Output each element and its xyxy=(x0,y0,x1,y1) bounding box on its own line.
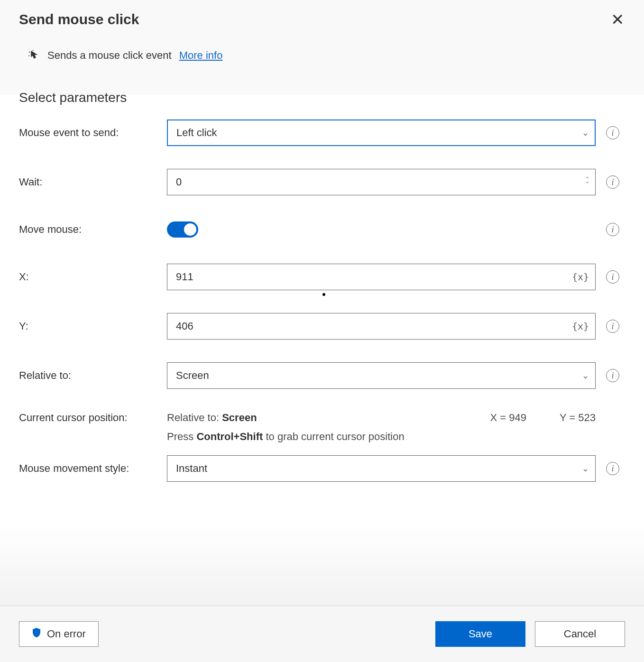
description-text: Sends a mouse click event xyxy=(47,49,172,62)
y-input[interactable]: 406 xyxy=(167,313,596,340)
row-movement-style: Mouse movement style: Instant ⌄ i xyxy=(19,455,625,482)
movement-style-dropdown[interactable]: Instant xyxy=(167,455,596,482)
mouse-event-value: Left click xyxy=(176,127,217,139)
toggle-knob xyxy=(184,223,196,236)
row-mouse-event: Mouse event to send: Left click ⌄ i xyxy=(19,120,625,146)
movement-style-value: Instant xyxy=(176,462,207,475)
info-icon[interactable]: i xyxy=(606,126,619,139)
on-error-button[interactable]: On error xyxy=(19,621,99,647)
svg-line-1 xyxy=(33,50,33,51)
close-icon: ✕ xyxy=(611,10,624,28)
wait-input[interactable]: 0 xyxy=(167,169,596,195)
mouse-click-icon xyxy=(28,50,40,61)
shield-icon xyxy=(32,627,41,641)
row-x: X: 911 {x} i xyxy=(19,264,625,290)
row-wait: Wait: 0 ˄˅ i xyxy=(19,169,625,195)
cursor-info: Relative to: Screen X = 949 Y = 523 Pres… xyxy=(167,412,596,443)
cancel-button[interactable]: Cancel xyxy=(535,621,625,647)
label-y: Y: xyxy=(19,320,161,332)
label-x: X: xyxy=(19,271,161,283)
info-icon[interactable]: i xyxy=(606,369,619,382)
cursor-y: Y = 523 xyxy=(560,412,596,424)
control-y: 406 {x} xyxy=(167,313,596,340)
move-mouse-toggle[interactable] xyxy=(167,221,198,238)
control-movement-style: Instant ⌄ xyxy=(167,455,596,482)
cursor-hint: Press Control+Shift to grab current curs… xyxy=(167,431,596,443)
control-wait: 0 ˄˅ xyxy=(167,169,596,195)
control-mouse-event: Left click ⌄ xyxy=(167,120,596,146)
dialog-footer: On error Save Cancel xyxy=(0,606,644,662)
relative-to-value: Screen xyxy=(176,369,209,382)
wait-value: 0 xyxy=(176,176,182,188)
label-wait: Wait: xyxy=(19,176,161,188)
hint-prefix: Press xyxy=(167,431,193,442)
more-info-link[interactable]: More info xyxy=(179,49,223,62)
svg-line-0 xyxy=(29,52,30,53)
x-value: 911 xyxy=(176,271,193,283)
close-button[interactable]: ✕ xyxy=(605,9,630,30)
row-move-mouse: Move mouse: i xyxy=(19,218,625,241)
cursor-values: Relative to: Screen X = 949 Y = 523 xyxy=(167,412,596,424)
row-y: Y: 406 {x} i xyxy=(19,313,625,340)
info-icon[interactable]: i xyxy=(606,175,619,189)
info-icon[interactable]: i xyxy=(606,270,619,284)
cursor-relative-prefix: Relative to: xyxy=(167,412,219,423)
titlebar: Send mouse click ✕ xyxy=(0,0,644,35)
cursor-relative: Relative to: Screen xyxy=(167,412,257,424)
control-move-mouse xyxy=(167,221,596,238)
control-x: 911 {x} xyxy=(167,264,596,290)
y-value: 406 xyxy=(176,320,193,332)
label-move-mouse: Move mouse: xyxy=(19,223,161,236)
control-relative-to: Screen ⌄ xyxy=(167,362,596,389)
cursor-x: X = 949 xyxy=(490,412,526,424)
cursor-relative-value: Screen xyxy=(222,412,257,423)
label-movement-style: Mouse movement style: xyxy=(19,462,161,475)
info-icon[interactable]: i xyxy=(606,320,619,333)
svg-line-2 xyxy=(28,55,29,56)
row-cursor-position: Current cursor position: Relative to: Sc… xyxy=(19,412,625,443)
on-error-label: On error xyxy=(47,628,86,640)
description-row: Sends a mouse click event More info xyxy=(0,35,644,81)
mouse-event-dropdown[interactable]: Left click xyxy=(167,120,596,146)
dialog-send-mouse-click: Send mouse click ✕ Sends a mouse click e… xyxy=(0,0,644,662)
label-relative-to: Relative to: xyxy=(19,369,161,382)
hint-keys: Control+Shift xyxy=(196,431,263,442)
info-icon[interactable]: i xyxy=(606,223,619,236)
parameters-form: Mouse event to send: Left click ⌄ i Wait… xyxy=(0,120,644,505)
x-input[interactable]: 911 xyxy=(167,264,596,290)
label-mouse-event: Mouse event to send: xyxy=(19,127,161,139)
label-cursor-position: Current cursor position: xyxy=(19,412,161,443)
dialog-title: Send mouse click xyxy=(19,11,139,28)
relative-to-dropdown[interactable]: Screen xyxy=(167,362,596,389)
hint-suffix: to grab current cursor position xyxy=(266,431,404,442)
info-icon[interactable]: i xyxy=(606,462,619,475)
row-relative-to: Relative to: Screen ⌄ i xyxy=(19,362,625,389)
section-title: Select parameters xyxy=(0,81,644,120)
save-button[interactable]: Save xyxy=(435,621,525,647)
